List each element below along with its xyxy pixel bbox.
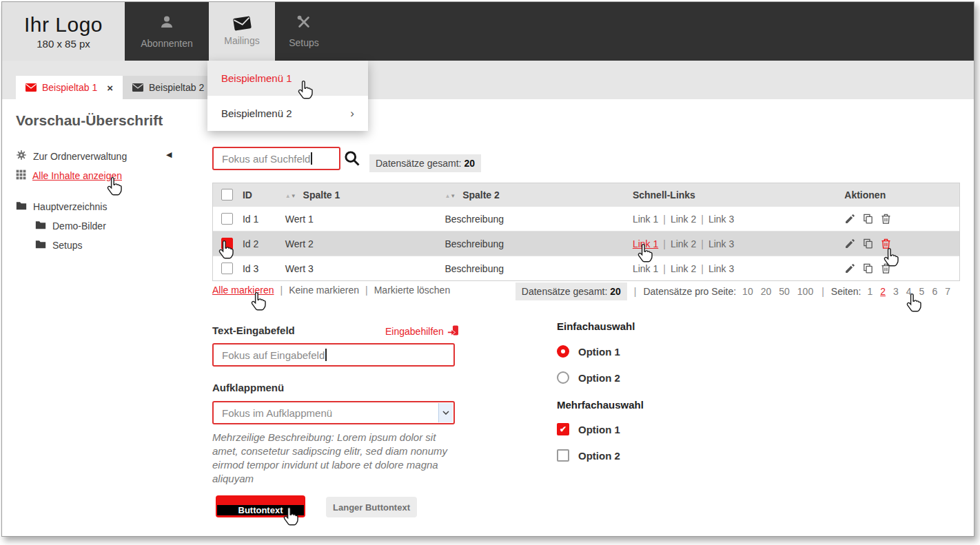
cell-col1: Wert 2 bbox=[285, 238, 445, 249]
header-spalte-2[interactable]: ▲▼ Spalte 2 bbox=[445, 189, 632, 200]
select-none-link[interactable]: Keine markieren bbox=[289, 285, 359, 296]
quick-link-2[interactable]: Link 2 bbox=[671, 238, 696, 249]
header-label: Spalte 1 bbox=[303, 189, 340, 200]
radio-unselected[interactable] bbox=[557, 371, 569, 384]
tab-beispieltab-2[interactable]: Beispieltab 2 bbox=[123, 76, 215, 99]
page-4[interactable]: 4 bbox=[906, 286, 912, 297]
edit-icon[interactable] bbox=[844, 213, 856, 225]
text-input-label: Text-Eingabefeld bbox=[212, 325, 295, 336]
table-bulk-actions: Alle markieren | Keine markieren | Marki… bbox=[212, 285, 450, 296]
checkbox-label: Option 2 bbox=[578, 450, 620, 462]
multiline-description: Mehrzeilige Beschreibung: Lorem ipsum do… bbox=[212, 431, 462, 486]
copy-icon[interactable] bbox=[862, 213, 874, 225]
primary-button[interactable]: Buttontext bbox=[216, 495, 305, 517]
folder-label: Demo-Bilder bbox=[52, 220, 106, 232]
page-3[interactable]: 3 bbox=[893, 286, 899, 297]
sidebar-collapse-arrow[interactable]: ◀ bbox=[166, 150, 172, 159]
folder-item-demo-bilder[interactable]: Demo-Bilder bbox=[35, 220, 106, 232]
secondary-button[interactable]: Langer Buttontext bbox=[326, 497, 417, 517]
radio-selected[interactable] bbox=[557, 345, 569, 358]
per-page-label: Datensätze pro Seite: bbox=[643, 286, 736, 297]
data-table: ID ▲▼ Spalte 1 ▲▼ Spalte 2 Schnell-Links… bbox=[212, 183, 960, 281]
cell-id: Id 3 bbox=[243, 263, 285, 274]
page-1[interactable]: 1 bbox=[867, 286, 872, 297]
select-value: Fokus im Aufklappmenü bbox=[222, 407, 332, 419]
tab-label: Beispieltab 2 bbox=[149, 82, 204, 93]
logo[interactable]: Ihr Logo 180 x 85 px bbox=[2, 2, 125, 61]
quick-link-3[interactable]: Link 3 bbox=[708, 263, 734, 274]
row-checkbox[interactable] bbox=[221, 263, 233, 274]
sort-icon[interactable]: ▲▼ bbox=[285, 193, 296, 199]
checkbox-option-1[interactable]: ✔ Option 1 bbox=[557, 423, 620, 435]
delete-icon[interactable] bbox=[880, 263, 892, 274]
cell-col1: Wert 1 bbox=[285, 214, 445, 225]
quick-link-2[interactable]: Link 2 bbox=[671, 263, 696, 274]
radio-label: Option 2 bbox=[578, 372, 620, 384]
header-id[interactable]: ID bbox=[243, 189, 285, 200]
menu-item-beispielmenu-2[interactable]: Beispielmenü 2 › bbox=[207, 96, 368, 131]
delete-icon-hovered[interactable] bbox=[880, 238, 892, 249]
delete-icon[interactable] bbox=[880, 213, 892, 225]
copy-icon[interactable] bbox=[862, 238, 874, 249]
edit-icon[interactable] bbox=[844, 238, 856, 249]
per-page-50[interactable]: 50 bbox=[779, 286, 790, 297]
row-checkbox-checked[interactable] bbox=[221, 238, 233, 249]
checkbox-option-2[interactable]: Option 2 bbox=[557, 449, 620, 462]
envelope-icon bbox=[25, 83, 37, 92]
menu-item-beispielmenu-1[interactable]: Beispielmenü 1 bbox=[207, 61, 368, 96]
sidebar-item-ordnerverwaltung[interactable]: Zur Ordnerverwaltung bbox=[16, 150, 127, 163]
dropdown-select[interactable]: Fokus im Aufklappmenü bbox=[212, 401, 455, 424]
header-spalte-1[interactable]: ▲▼ Spalte 1 bbox=[285, 189, 445, 200]
folder-item-hauptverzeichnis[interactable]: Hauptverzeichnis bbox=[16, 201, 107, 212]
quick-link-1-hovered[interactable]: Link 1 bbox=[633, 238, 658, 249]
search-icon[interactable] bbox=[343, 150, 360, 169]
page-2-hovered[interactable]: 2 bbox=[880, 286, 886, 297]
radio-option-2[interactable]: Option 2 bbox=[557, 371, 620, 384]
nav-item-abonnenten[interactable]: Abonnenten bbox=[125, 2, 209, 61]
sidebar-item-alle-inhalte[interactable]: Alle Inhalte anzeigen bbox=[16, 169, 122, 182]
radio-option-1[interactable]: Option 1 bbox=[557, 345, 620, 358]
quick-link-3[interactable]: Link 3 bbox=[708, 214, 734, 225]
row-checkbox[interactable] bbox=[221, 213, 233, 225]
records-total-value: 20 bbox=[610, 286, 621, 297]
nav-item-label: Setups bbox=[289, 37, 319, 48]
copy-icon[interactable] bbox=[862, 263, 874, 274]
per-page-100[interactable]: 100 bbox=[797, 286, 813, 297]
records-total-label: Datensätze gesamt: bbox=[376, 158, 462, 169]
text-input-value: Fokus auf Eingabefeld bbox=[222, 349, 325, 361]
sort-icon[interactable]: ▲▼ bbox=[445, 193, 456, 199]
search-input-text: Fokus auf Suchfeld bbox=[222, 153, 310, 165]
menu-item-label: Beispielmenü 2 bbox=[221, 107, 292, 119]
search-input[interactable]: Fokus auf Suchfeld bbox=[212, 147, 340, 170]
helper-link[interactable]: Eingabehilfen bbox=[385, 325, 459, 338]
quick-link-1[interactable]: Link 1 bbox=[633, 263, 658, 274]
separator: | bbox=[365, 285, 368, 296]
close-icon[interactable]: × bbox=[107, 82, 113, 94]
nav-item-mailings[interactable]: Mailings bbox=[209, 2, 275, 61]
quick-link-2[interactable]: Link 2 bbox=[671, 214, 696, 225]
page-7[interactable]: 7 bbox=[945, 286, 950, 297]
quick-link-1[interactable]: Link 1 bbox=[633, 214, 658, 225]
quick-link-3[interactable]: Link 3 bbox=[708, 238, 734, 249]
tab-beispieltab-1[interactable]: Beispieltab 1 × bbox=[16, 76, 123, 99]
checkbox-unchecked[interactable] bbox=[557, 449, 569, 462]
delete-marked-link[interactable]: Markierte löschen bbox=[374, 285, 451, 296]
folder-item-setups[interactable]: Setups bbox=[35, 240, 83, 251]
edit-icon[interactable] bbox=[844, 263, 856, 274]
checkbox-checked[interactable]: ✔ bbox=[557, 423, 569, 435]
text-input[interactable]: Fokus auf Eingabefeld bbox=[212, 343, 455, 367]
text-caret bbox=[325, 349, 327, 361]
page-5[interactable]: 5 bbox=[919, 286, 925, 297]
per-page-20[interactable]: 20 bbox=[761, 286, 772, 297]
nav-item-setups[interactable]: Setups bbox=[275, 2, 333, 61]
cell-id: Id 2 bbox=[243, 238, 285, 249]
chevron-down-icon[interactable] bbox=[438, 403, 453, 422]
logo-subtitle: 180 x 85 px bbox=[37, 38, 90, 50]
primary-button-band: Buttontext bbox=[217, 505, 304, 515]
page-6[interactable]: 6 bbox=[932, 286, 937, 297]
header-aktionen: Aktionen bbox=[844, 189, 959, 200]
select-all-link[interactable]: Alle markieren bbox=[212, 285, 274, 296]
select-all-checkbox[interactable] bbox=[221, 189, 233, 200]
records-total-label: Datensätze gesamt: bbox=[522, 286, 608, 297]
per-page-10[interactable]: 10 bbox=[742, 286, 753, 297]
